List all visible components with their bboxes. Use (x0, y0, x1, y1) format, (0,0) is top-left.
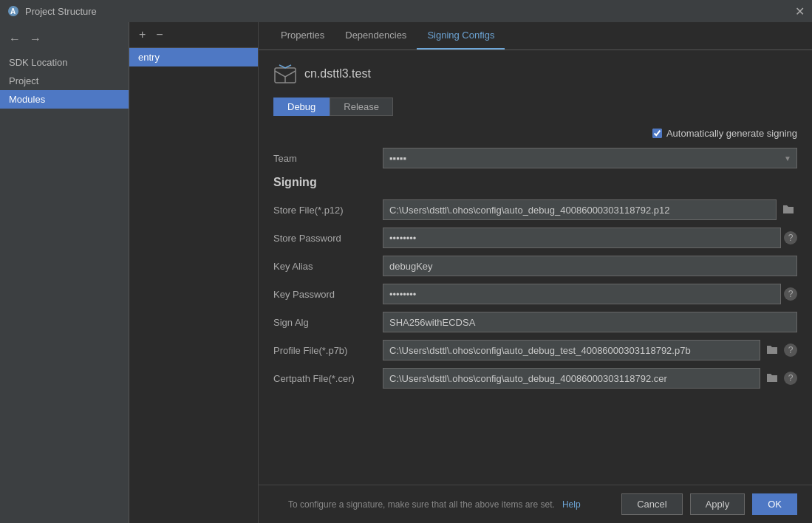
panel-content: cn.dsttl3.test Debug Release Automatical (259, 50, 812, 485)
store-password-input-wrapper: ? (383, 228, 797, 248)
key-password-row: Key Password ? (273, 284, 797, 304)
profile-file-input-wrapper: ? (383, 340, 797, 360)
team-label: Team (273, 153, 377, 164)
store-password-row: Store Password ? (273, 228, 797, 248)
sign-alg-input-wrapper (383, 312, 797, 332)
sign-alg-row: Sign Alg (273, 312, 797, 332)
profile-file-help-button[interactable]: ? (784, 343, 797, 357)
key-alias-input[interactable] (383, 256, 797, 276)
left-panel-toolbar: + − (129, 22, 258, 48)
key-password-label: Key Password (273, 289, 377, 300)
store-password-help-button[interactable]: ? (784, 231, 797, 245)
app-icon: A (7, 5, 19, 17)
sign-alg-input[interactable] (383, 312, 797, 332)
profile-file-folder-button[interactable] (763, 343, 781, 358)
tab-signing-configs[interactable]: Signing Configs (417, 22, 505, 49)
certpath-file-folder-button[interactable] (763, 371, 781, 386)
project-structure-window: A Project Structure ✕ ← → SDK Location P… (0, 0, 812, 523)
profile-file-input[interactable] (383, 340, 760, 360)
store-file-row: Store File(*.p12) (273, 199, 797, 220)
profile-file-row: Profile File(*.p7b) ? (273, 340, 797, 360)
auto-sign-row: Automatically generate signing (273, 128, 797, 139)
help-link[interactable]: Help (562, 499, 581, 510)
store-password-input[interactable] (383, 228, 781, 248)
auto-sign-label: Automatically generate signing (666, 128, 797, 139)
auto-sign-checkbox[interactable] (652, 129, 662, 138)
tab-properties[interactable]: Properties (270, 22, 335, 49)
tab-bar: Properties Dependencies Signing Configs (259, 22, 812, 50)
module-entry-item[interactable]: entry (129, 48, 258, 66)
auto-sign-checkbox-wrapper: Automatically generate signing (652, 128, 797, 139)
store-file-input-wrapper (383, 199, 797, 220)
nav-back-button[interactable]: ← (6, 31, 24, 47)
title-bar: A Project Structure ✕ (0, 0, 812, 22)
right-panel: Properties Dependencies Signing Configs (259, 22, 812, 523)
sidebar-item-modules[interactable]: Modules (0, 90, 129, 109)
certpath-file-help-button[interactable]: ? (784, 372, 797, 385)
team-select-wrapper: ▪▪▪▪▪ (383, 148, 797, 168)
sign-alg-label: Sign Alg (273, 317, 377, 328)
sidebar: ← → SDK Location Project Modules (0, 22, 129, 523)
store-file-folder-button[interactable] (779, 202, 797, 218)
key-alias-row: Key Alias (273, 256, 797, 276)
profile-file-label: Profile File(*.p7b) (273, 345, 377, 356)
key-password-help-button[interactable]: ? (784, 287, 797, 301)
key-alias-label: Key Alias (273, 261, 377, 272)
left-panel: + − entry (129, 22, 259, 523)
store-file-input[interactable] (383, 199, 777, 220)
key-password-input-wrapper: ? (383, 284, 797, 304)
module-name: cn.dsttl3.test (304, 67, 371, 81)
certpath-file-input[interactable] (383, 368, 760, 389)
certpath-file-row: Certpath File(*.cer) ? (273, 368, 797, 389)
sidebar-nav: ← → (0, 28, 129, 53)
sub-tab-bar: Debug Release (273, 98, 797, 116)
tab-dependencies[interactable]: Dependencies (335, 22, 417, 49)
cancel-button[interactable]: Cancel (621, 493, 682, 515)
key-password-input[interactable] (383, 284, 781, 304)
hint-text: To configure a signature, make sure that… (273, 499, 614, 510)
certpath-file-label: Certpath File(*.cer) (273, 373, 377, 384)
sidebar-item-project[interactable]: Project (0, 72, 129, 90)
close-button[interactable]: ✕ (795, 4, 805, 18)
store-password-label: Store Password (273, 233, 377, 244)
svg-text:A: A (10, 7, 16, 16)
module-box-icon (273, 62, 297, 86)
store-file-label: Store File(*.p12) (273, 205, 377, 216)
remove-module-button[interactable]: − (152, 27, 166, 43)
bottom-bar: To configure a signature, make sure that… (259, 485, 812, 523)
main-content: ← → SDK Location Project Modules + − ent… (0, 22, 812, 523)
sub-tab-release[interactable]: Release (330, 98, 393, 116)
nav-forward-button[interactable]: → (27, 31, 44, 47)
key-alias-input-wrapper (383, 256, 797, 276)
signing-section-title: Signing (273, 176, 797, 189)
apply-button[interactable]: Apply (690, 493, 746, 515)
certpath-file-input-wrapper: ? (383, 368, 797, 389)
team-select[interactable]: ▪▪▪▪▪ (383, 148, 797, 168)
sidebar-item-sdk-location[interactable]: SDK Location (0, 53, 129, 72)
ok-button[interactable]: OK (752, 493, 797, 515)
sub-tab-debug[interactable]: Debug (273, 98, 330, 116)
add-module-button[interactable]: + (135, 27, 149, 43)
window-title: Project Structure (25, 6, 97, 17)
module-header: cn.dsttl3.test (273, 62, 797, 86)
team-row: Team ▪▪▪▪▪ (273, 148, 797, 168)
